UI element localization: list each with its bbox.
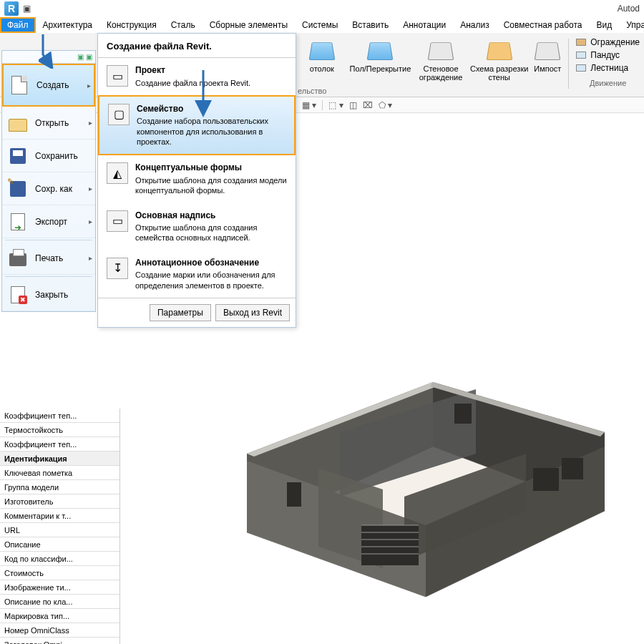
- brand-label: Autod: [618, 4, 640, 14]
- svg-rect-12: [361, 525, 419, 565]
- circulation-group-label: Движение: [576, 79, 640, 87]
- prop-row[interactable]: Изготовитель: [0, 494, 119, 509]
- chevron-right-icon: ▸: [89, 218, 92, 225]
- chevron-right-icon: ▸: [89, 185, 92, 192]
- annotation-icon: ↧: [107, 258, 128, 279]
- chevron-right-icon: ▸: [89, 119, 92, 127]
- curtain-grid-button[interactable]: Схема разрезки стены: [469, 36, 530, 84]
- tab-structure[interactable]: Конструкция: [99, 17, 164, 33]
- prop-row[interactable]: Стоимость: [0, 566, 119, 580]
- family-icon: ▢: [108, 104, 130, 125]
- flyout-conceptual[interactable]: ◭ Концептуальные формыОткрытие шаблона д…: [98, 155, 296, 203]
- file-close-item[interactable]: Закрыть: [2, 278, 95, 311]
- prop-row[interactable]: Группа модели: [0, 480, 119, 494]
- exit-revit-button[interactable]: Выход из Revit: [215, 304, 290, 321]
- stair-button[interactable]: Лестница: [576, 63, 640, 73]
- mullion-label: Импост: [534, 64, 561, 73]
- floor-button[interactable]: Пол/Перекрытие: [348, 36, 414, 76]
- tutorial-arrow-icon: [195, 69, 216, 119]
- prop-row[interactable]: URL: [0, 523, 119, 537]
- flyout-header: Создание файла Revit.: [98, 34, 296, 58]
- file-save-item[interactable]: Сохранить: [2, 140, 95, 172]
- file-print-item[interactable]: Печать ▸: [2, 242, 95, 275]
- tab-insert[interactable]: Вставить: [345, 17, 396, 33]
- svg-rect-10: [533, 468, 559, 491]
- toolbar-icon[interactable]: ⬚ ▾: [328, 100, 343, 110]
- file-menu: ▣ ▣ Создать ▸ Открыть ▸ Сохранить Сохр. …: [1, 50, 96, 312]
- conceptual-icon: ◭: [107, 162, 128, 184]
- ribbon-panel: отолок Пол/Перекрытие Стеновое ограждени…: [0, 33, 644, 97]
- tab-analyze[interactable]: Анализ: [453, 17, 497, 33]
- prop-row[interactable]: Термостойкость: [0, 423, 119, 437]
- ribbon-tabs: Файл Архитектура Конструкция Сталь Сборн…: [0, 17, 644, 33]
- tutorial-arrow-icon: [39, 33, 60, 69]
- tab-precast[interactable]: Сборные элементы: [203, 17, 295, 33]
- toolbar-icon[interactable]: ⌧: [363, 100, 373, 110]
- prop-row[interactable]: Коэффициент теп...: [0, 437, 119, 452]
- flyout-titleblock[interactable]: ▭ Основная надписьОткрытие шаблона для с…: [98, 203, 296, 250]
- prop-row[interactable]: Описание: [0, 537, 119, 552]
- prop-row[interactable]: Коэффициент теп...: [0, 409, 119, 423]
- railing-button[interactable]: Ограждение: [576, 37, 640, 47]
- curtain-wall-label: Стеновое ограждение: [414, 64, 467, 82]
- prop-row[interactable]: Комментарии к т...: [0, 509, 119, 523]
- prop-row[interactable]: Ключевая пометка: [0, 466, 119, 480]
- prop-row[interactable]: Маркировка тип...: [0, 609, 119, 623]
- circulation-group: Ограждение Пандус Лестница Движение: [572, 36, 644, 89]
- prop-group-identity[interactable]: Идентификация: [0, 452, 119, 466]
- project-icon: ▭: [107, 65, 128, 87]
- chevron-right-icon: ▸: [87, 82, 91, 89]
- tab-systems[interactable]: Системы: [295, 17, 345, 33]
- toolbar-icon[interactable]: ◫: [349, 100, 357, 110]
- chevron-right-icon: ▸: [89, 254, 92, 262]
- svg-rect-11: [562, 458, 583, 479]
- title-bar: R ▣ Autod: [0, 0, 644, 17]
- build-group-label: ельство: [298, 87, 326, 95]
- file-open-item[interactable]: Открыть ▸: [2, 107, 95, 140]
- prop-row[interactable]: Код по классифи...: [0, 552, 119, 566]
- qat-icon[interactable]: ▣: [23, 4, 31, 14]
- ramp-button[interactable]: Пандус: [576, 50, 640, 60]
- prop-row[interactable]: Описание по кла...: [0, 595, 119, 609]
- tab-file[interactable]: Файл: [0, 17, 36, 33]
- toolbar-icon[interactable]: ⬠ ▾: [379, 100, 392, 110]
- titleblock-icon: ▭: [107, 210, 128, 232]
- curtain-wall-button[interactable]: Стеновое ограждение: [413, 36, 469, 84]
- file-create-item[interactable]: Создать ▸: [2, 64, 95, 107]
- mullion-button[interactable]: Импост: [530, 36, 565, 76]
- ceiling-label: отолок: [310, 64, 334, 73]
- properties-panel: Коэффициент теп... Термостойкость Коэффи…: [0, 409, 120, 644]
- svg-rect-13: [287, 482, 301, 507]
- svg-rect-14: [454, 404, 472, 424]
- tab-manage[interactable]: Управлен: [619, 17, 644, 33]
- floor-label: Пол/Перекрытие: [350, 64, 411, 73]
- file-saveas-item[interactable]: Сохр. как ▸: [2, 172, 95, 205]
- app-logo: R: [4, 1, 19, 16]
- file-export-item[interactable]: Экспорт ▸: [2, 205, 95, 238]
- building-model: [218, 318, 619, 604]
- tab-steel[interactable]: Сталь: [164, 17, 203, 33]
- prop-row[interactable]: Заголовок Omni: [0, 638, 119, 644]
- curtain-grid-label: Схема разрезки стены: [470, 64, 529, 82]
- options-bar: ▦ ▾ ⬚ ▾ ◫ ⌧ ⬠ ▾: [0, 97, 644, 113]
- options-button[interactable]: Параметры: [150, 304, 211, 321]
- tab-architecture[interactable]: Архитектура: [36, 17, 100, 33]
- prop-row[interactable]: Номер OmniClass: [0, 623, 119, 638]
- flyout-annotation[interactable]: ↧ Аннотационное обозначениеСоздание марк…: [98, 250, 296, 298]
- prop-row[interactable]: Изображение ти...: [0, 580, 119, 595]
- ceiling-button[interactable]: отолок: [296, 36, 348, 76]
- tab-annotate[interactable]: Аннотации: [396, 17, 453, 33]
- tab-view[interactable]: Вид: [589, 17, 619, 33]
- tab-collab[interactable]: Совместная работа: [497, 17, 590, 33]
